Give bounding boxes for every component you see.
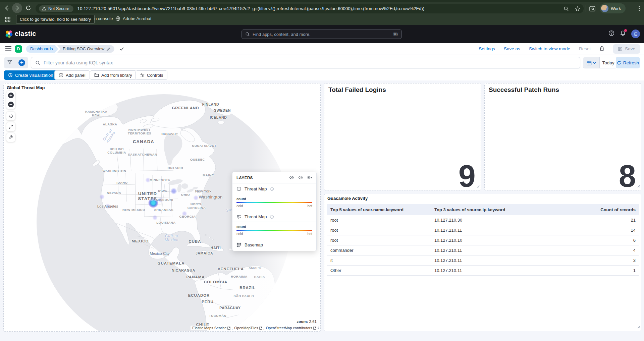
panel-title[interactable]: Guacamole Activity: [327, 196, 368, 201]
attribution-link[interactable]: OpenStreetMap contributors: [266, 326, 312, 330]
clock-icon: [270, 215, 274, 219]
menu-hamburger-icon[interactable]: [5, 46, 11, 53]
map-tools-button[interactable]: [6, 133, 15, 142]
map-locate-button[interactable]: [6, 112, 15, 120]
refresh-button[interactable]: Refresh: [616, 57, 640, 68]
url-text: 10.127.210.20:5601/app/dashboards#/view/…: [77, 6, 561, 11]
apps-grid-icon[interactable]: [5, 16, 11, 24]
table-cell: 10.127.210.11: [431, 245, 565, 255]
resize-handle-icon[interactable]: [637, 183, 640, 189]
layer-name: Basemap: [245, 242, 263, 247]
add-panel-button[interactable]: Add panel: [54, 70, 90, 80]
resize-handle-icon[interactable]: [637, 324, 640, 330]
reset-link[interactable]: Reset: [579, 46, 591, 51]
map-zoom-in-button[interactable]: [8, 93, 14, 98]
guacamole-table: Top 5 values of user.name.keyword Top 3 …: [327, 204, 639, 276]
table-cell: commander: [327, 245, 431, 255]
layer-name: Threat Map: [245, 214, 267, 219]
kql-filter-input[interactable]: Filter your data using KQL syntax: [31, 57, 580, 68]
date-range-label[interactable]: Today: [599, 57, 617, 68]
not-secure-chip[interactable]: Not Secure: [39, 5, 73, 12]
panel-guacamole-activity: Guacamole Activity Top 5 values of user.…: [324, 194, 641, 331]
chevron-down-icon: [593, 61, 596, 64]
query-bar: Filter your data using KQL syntax Today …: [0, 55, 644, 70]
back-icon[interactable]: [4, 5, 10, 12]
collapse-panel-icon[interactable]: [307, 175, 312, 180]
panel-title[interactable]: Successful Patch Runs: [489, 86, 559, 94]
plus-icon: [20, 61, 23, 64]
global-search-input[interactable]: Find apps, content, and more. ⌘/: [241, 30, 402, 39]
not-secure-label: Not Secure: [48, 6, 69, 11]
switch-view-mode-link[interactable]: Switch to view mode: [529, 46, 570, 51]
create-visualization-button[interactable]: Create visualization: [4, 70, 57, 80]
column-header-count[interactable]: Count of records: [565, 204, 639, 215]
share-icon[interactable]: [599, 46, 604, 52]
calendar-icon: [587, 60, 592, 65]
map-zoom-out-button[interactable]: [8, 102, 14, 107]
breadcrumb-current[interactable]: Editing SOC Overview: [57, 45, 114, 53]
resize-handle-icon[interactable]: [476, 183, 480, 189]
legend-min: cold: [236, 204, 243, 208]
crosshair-icon: [8, 114, 13, 119]
forward-button[interactable]: [12, 3, 22, 13]
column-header-username[interactable]: Top 5 values of user.name.keyword: [327, 204, 431, 215]
eye-off-icon[interactable]: [289, 175, 294, 180]
eye-icon[interactable]: [298, 175, 303, 180]
forward-icon: [14, 5, 20, 11]
space-avatar[interactable]: D: [15, 45, 22, 53]
expand-icon: [8, 124, 13, 129]
bookmark-star-icon[interactable]: [575, 6, 580, 11]
panel-title[interactable]: Global Threat Map: [7, 85, 45, 90]
legend-label: count: [236, 225, 312, 229]
profile-avatar: [601, 5, 608, 12]
folder-icon: [94, 73, 99, 77]
settings-link[interactable]: Settings: [479, 46, 495, 51]
elastic-logo-icon[interactable]: [5, 30, 13, 40]
map-attribution[interactable]: Elastic Maps Service, OpenMapTiles, Open…: [191, 326, 318, 330]
attribution-link[interactable]: OpenMapTiles: [234, 326, 258, 330]
notification-badge: [624, 29, 627, 32]
date-picker-button[interactable]: [583, 57, 599, 68]
add-filter-button[interactable]: [18, 59, 25, 66]
search-url-icon[interactable]: [564, 6, 569, 11]
legend-gradient-bar: [236, 230, 312, 231]
layer-legend: count coldhot: [232, 194, 316, 211]
controls-button[interactable]: Controls: [136, 70, 167, 80]
panel-title[interactable]: Total Failed Logins: [328, 86, 386, 94]
pencil-icon[interactable]: [106, 47, 110, 51]
clusters-layer-icon: [236, 214, 241, 219]
profile-label: Work: [611, 6, 621, 11]
kql-placeholder: Filter your data using KQL syntax: [44, 60, 113, 65]
globe-icon: [115, 16, 120, 21]
external-link-icon: [259, 327, 262, 330]
add-from-library-button[interactable]: Add from library: [90, 70, 137, 80]
create-visualization-label: Create visualization: [15, 73, 53, 78]
save-button[interactable]: Save: [613, 44, 640, 54]
search-icon: [35, 60, 40, 65]
bookmark-acrobat[interactable]: Adobe Acrobat: [115, 16, 151, 21]
map-fullscreen-button[interactable]: [6, 122, 15, 131]
breadcrumb-dashboards[interactable]: Dashboards: [26, 45, 58, 53]
layer-row-clusters[interactable]: Threat Map: [232, 211, 316, 222]
reload-icon[interactable]: [25, 5, 31, 12]
user-avatar[interactable]: E: [631, 30, 640, 38]
table-row: commander10.127.210.114: [327, 245, 639, 255]
attribution-link[interactable]: Elastic Maps Service: [192, 326, 226, 330]
table-row: root10.127.210.3021: [327, 215, 639, 225]
browser-menu-icon[interactable]: [637, 5, 642, 13]
external-link-icon: [313, 327, 316, 330]
notifications-bell-icon[interactable]: [620, 30, 626, 38]
layer-row-basemap[interactable]: Basemap: [232, 239, 316, 251]
column-header-sourceip[interactable]: Top 3 values of source.ip.keyword: [431, 204, 565, 215]
legend-min: cold: [236, 232, 243, 236]
layer-row-heatmap[interactable]: Threat Map: [232, 183, 316, 194]
map-zoom-level: zoom: 2.61: [295, 319, 318, 324]
help-icon[interactable]: [608, 30, 614, 38]
metric-value: 8: [619, 161, 635, 191]
save-as-link[interactable]: Save as: [504, 46, 520, 51]
table-cell: 10.127.210.11: [431, 225, 565, 235]
browser-profile-chip[interactable]: Work: [600, 3, 626, 13]
url-bar[interactable]: Not Secure 10.127.210.20:5601/app/dashbo…: [36, 4, 584, 13]
tab-search-icon[interactable]: [589, 5, 596, 13]
filter-funnel-icon[interactable]: [7, 60, 12, 66]
